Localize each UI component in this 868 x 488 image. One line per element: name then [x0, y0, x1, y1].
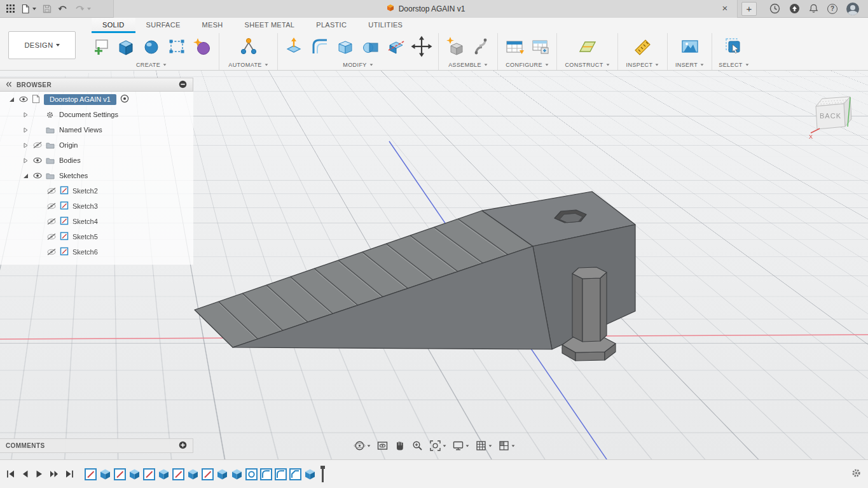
browser-tree-item[interactable]: Sketches [0, 168, 193, 183]
browser-sketch-item[interactable]: Sketch6 [0, 244, 193, 260]
help-icon[interactable]: ? [827, 4, 837, 14]
fillet-icon[interactable] [308, 34, 332, 59]
group-label-create[interactable]: CREATE [136, 60, 167, 70]
select-icon[interactable] [722, 34, 746, 59]
configuration-table-icon[interactable] [502, 34, 527, 59]
group-label-insert[interactable]: INSERT [675, 60, 704, 70]
timeline-feature[interactable] [201, 468, 214, 481]
visibility-eye-icon[interactable] [47, 203, 56, 209]
hide-panel-icon[interactable] [179, 80, 187, 90]
ribbon-tab[interactable]: MESH [191, 18, 234, 33]
root-component-label[interactable]: Doorstop AGAIN v1 [44, 94, 116, 105]
timeline-settings-gear-icon[interactable] [851, 468, 862, 480]
browser-sketch-item[interactable]: Sketch3 [0, 199, 193, 214]
group-label-select[interactable]: SELECT [719, 60, 748, 70]
viewcube-face-label[interactable]: BACK [820, 112, 841, 120]
browser-tree-item[interactable]: Named Views [0, 122, 193, 137]
automate-icon[interactable] [237, 34, 261, 59]
browser-sketch-item[interactable]: Sketch4 [0, 214, 193, 229]
browser-sketch-item[interactable]: Sketch2 [0, 183, 193, 199]
press-pull-icon[interactable] [282, 34, 307, 59]
group-label-inspect[interactable]: INSPECT [626, 60, 659, 70]
clock-icon[interactable] [769, 3, 780, 14]
sphere-primitive-icon[interactable] [139, 34, 163, 59]
browser-sketch-item[interactable]: Sketch5 [0, 229, 193, 244]
timeline-feature[interactable] [128, 468, 141, 481]
document-tab[interactable]: Doorstop AGAIN v1 × [113, 0, 738, 18]
pan-icon[interactable] [394, 440, 406, 452]
move-copy-icon[interactable] [410, 34, 434, 59]
timeline-feature[interactable] [172, 468, 185, 481]
timeline-feature[interactable] [157, 468, 170, 481]
notifications-bell-icon[interactable] [809, 3, 818, 14]
skip-to-end-button[interactable] [65, 470, 74, 478]
measure-icon[interactable] [631, 34, 655, 59]
zoom-icon[interactable] [411, 440, 424, 452]
create-sketch-icon[interactable] [88, 34, 113, 59]
viewports-icon[interactable] [498, 440, 515, 452]
ribbon-tab[interactable]: UTILITIES [357, 18, 413, 33]
group-label-construct[interactable]: CONSTRUCT [565, 60, 609, 70]
timeline-feature[interactable] [84, 468, 97, 481]
visibility-eye-icon[interactable] [47, 234, 56, 240]
shell-icon[interactable] [333, 34, 357, 59]
apps-grid-icon[interactable] [6, 4, 15, 13]
create-form-icon[interactable] [190, 34, 214, 59]
doorstop-body[interactable] [195, 192, 635, 349]
pattern-icon[interactable] [165, 34, 189, 59]
job-status-icon[interactable] [789, 3, 800, 14]
workspace-dropdown[interactable]: DESIGN [8, 31, 76, 59]
timeline-feature[interactable] [245, 468, 258, 481]
grid-and-snaps-icon[interactable] [475, 440, 492, 452]
timeline-feature[interactable] [113, 468, 127, 481]
split-body-icon[interactable] [384, 34, 408, 59]
viewcube[interactable]: BACK X [808, 91, 858, 142]
timeline-feature[interactable] [216, 468, 229, 481]
visibility-eye-icon[interactable] [19, 96, 28, 102]
group-label-automate[interactable]: AUTOMATE [228, 60, 268, 70]
save-icon[interactable] [43, 4, 52, 13]
ribbon-tab[interactable]: PLASTIC [305, 18, 357, 33]
combine-icon[interactable] [359, 34, 383, 59]
timeline-feature[interactable] [142, 468, 156, 481]
comments-panel[interactable]: COMMENTS [0, 438, 193, 453]
group-label-configure[interactable]: CONFIGURE [506, 60, 549, 70]
expand-arrow-icon[interactable] [9, 97, 15, 102]
browser-tree-item[interactable]: Bodies [0, 153, 193, 168]
timeline-feature[interactable] [99, 468, 112, 481]
construct-plane-icon[interactable] [575, 34, 600, 59]
expand-comments-icon[interactable] [179, 441, 187, 450]
timeline-playhead[interactable] [320, 466, 325, 482]
group-label-assemble[interactable]: ASSEMBLE [448, 60, 488, 70]
visibility-eye-icon[interactable] [47, 218, 56, 225]
ribbon-tab[interactable]: SOLID [92, 18, 135, 33]
insert-canvas-icon[interactable] [678, 34, 702, 59]
step-forward-button[interactable] [50, 470, 59, 478]
viewport-3d[interactable]: BACK X BROWSER [0, 71, 868, 459]
profile-avatar[interactable] [846, 3, 859, 15]
box-primitive-icon[interactable] [114, 34, 138, 59]
step-back-button[interactable] [22, 470, 29, 478]
visibility-eye-icon[interactable] [47, 249, 56, 255]
browser-header[interactable]: BROWSER [0, 78, 193, 92]
play-button[interactable] [36, 470, 43, 478]
timeline-feature[interactable] [186, 468, 200, 481]
timeline-feature[interactable] [303, 468, 317, 481]
undo-icon[interactable] [58, 4, 68, 13]
activate-component-radio[interactable] [120, 94, 129, 104]
expand-arrow-icon[interactable] [23, 173, 29, 179]
orbit-icon[interactable] [354, 440, 371, 452]
browser-root-item[interactable]: Doorstop AGAIN v1 [0, 92, 193, 107]
display-settings-icon[interactable] [452, 440, 469, 452]
file-menu-icon[interactable] [21, 4, 36, 14]
expand-arrow-icon[interactable] [23, 143, 29, 148]
ribbon-tab[interactable]: SHEET METAL [234, 18, 306, 33]
look-at-icon[interactable] [376, 440, 389, 452]
redo-icon[interactable] [74, 4, 91, 13]
new-component-icon[interactable] [443, 34, 467, 59]
configuration-insert-icon[interactable] [528, 34, 552, 59]
close-tab-icon[interactable]: × [719, 3, 731, 13]
expand-arrow-icon[interactable] [23, 127, 29, 133]
ribbon-tab[interactable]: SURFACE [135, 18, 191, 33]
expand-arrow-icon[interactable] [23, 158, 29, 164]
